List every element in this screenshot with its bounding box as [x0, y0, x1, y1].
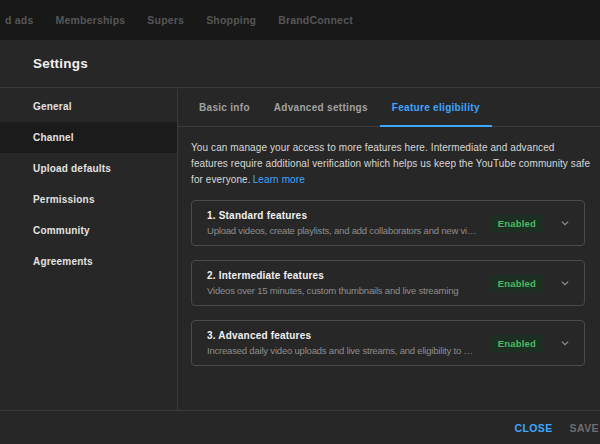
card-subtitle: Videos over 15 minutes, custom thumbnail…: [207, 285, 478, 296]
dialog-footer: CLOSE SAVE: [0, 410, 600, 444]
sidebar-item-permissions[interactable]: Permissions: [0, 184, 177, 215]
topnav-item-ads[interactable]: d ads: [5, 14, 33, 26]
tab-feature-eligibility[interactable]: Feature eligibility: [380, 89, 492, 126]
chevron-down-icon[interactable]: [556, 214, 574, 232]
tab-basic-info[interactable]: Basic info: [187, 89, 262, 126]
status-badge: Enabled: [490, 335, 544, 352]
sidebar-item-general[interactable]: General: [0, 91, 177, 122]
feature-card-standard[interactable]: 1. Standard features Upload videos, crea…: [191, 200, 585, 246]
topnav-item-brandconnect[interactable]: BrandConnect: [278, 14, 353, 26]
dialog-header: Settings: [0, 40, 600, 88]
background-topnav: d ads Memberships Supers Shopping BrandC…: [0, 0, 600, 40]
learn-more-link[interactable]: Learn more: [253, 174, 305, 185]
feature-card-intermediate[interactable]: 2. Intermediate features Videos over 15 …: [191, 260, 585, 306]
status-badge: Enabled: [490, 275, 544, 292]
card-text: 1. Standard features Upload videos, crea…: [207, 210, 478, 236]
topnav-item-memberships[interactable]: Memberships: [55, 14, 125, 26]
sidebar-item-agreements[interactable]: Agreements: [0, 246, 177, 277]
topnav-item-supers[interactable]: Supers: [147, 14, 184, 26]
chevron-down-icon[interactable]: [556, 274, 574, 292]
sidebar-item-channel[interactable]: Channel: [0, 122, 177, 153]
close-button[interactable]: CLOSE: [514, 422, 552, 434]
intro-text: You can manage your access to more featu…: [191, 140, 591, 188]
card-subtitle: Increased daily video uploads and live s…: [207, 345, 478, 356]
tab-advanced-settings[interactable]: Advanced settings: [262, 89, 380, 126]
page-title: Settings: [33, 56, 88, 71]
tab-bar: Basic info Advanced settings Feature eli…: [178, 89, 600, 127]
status-badge: Enabled: [490, 215, 544, 232]
chevron-down-icon[interactable]: [556, 334, 574, 352]
dialog-body: General Channel Upload defaults Permissi…: [0, 89, 600, 410]
card-text: 3. Advanced features Increased daily vid…: [207, 330, 478, 356]
card-text: 2. Intermediate features Videos over 15 …: [207, 270, 478, 296]
feature-card-advanced[interactable]: 3. Advanced features Increased daily vid…: [191, 320, 585, 366]
card-title: 3. Advanced features: [207, 330, 478, 341]
intro-text-body: You can manage your access to more featu…: [191, 142, 590, 185]
card-subtitle: Upload videos, create playlists, and add…: [207, 225, 478, 236]
feature-cards-list: 1. Standard features Upload videos, crea…: [191, 200, 585, 366]
topnav-item-shopping[interactable]: Shopping: [206, 14, 256, 26]
save-button[interactable]: SAVE: [570, 422, 599, 434]
youtube-studio-settings-screen: d ads Memberships Supers Shopping BrandC…: [0, 0, 600, 444]
card-title: 1. Standard features: [207, 210, 478, 221]
settings-dialog: Settings General Channel Upload defaults…: [0, 40, 600, 444]
settings-sidebar: General Channel Upload defaults Permissi…: [0, 89, 178, 410]
sidebar-item-upload-defaults[interactable]: Upload defaults: [0, 153, 177, 184]
card-title: 2. Intermediate features: [207, 270, 478, 281]
sidebar-item-community[interactable]: Community: [0, 215, 177, 246]
channel-settings-content: Basic info Advanced settings Feature eli…: [178, 89, 600, 410]
